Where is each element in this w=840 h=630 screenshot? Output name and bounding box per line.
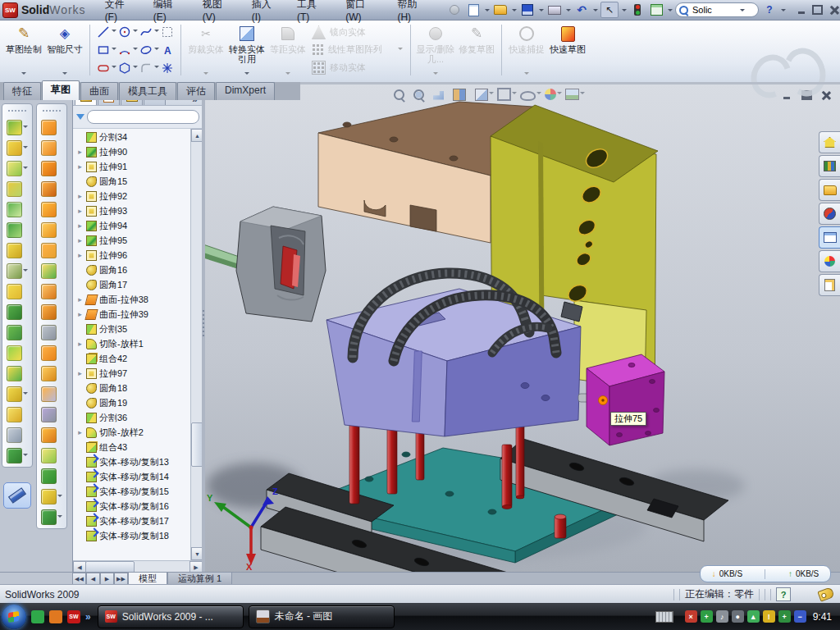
polygon-tool[interactable]	[117, 61, 132, 75]
tree-vertical-scrollbar[interactable]: ▲ ▼	[190, 129, 203, 560]
expander-icon[interactable]: ▸	[76, 251, 84, 259]
menu-item[interactable]: 文件(F)	[98, 0, 144, 25]
feature-tool-button[interactable]	[4, 242, 30, 259]
select-button[interactable]: ↖	[600, 2, 619, 18]
task-pane-tab[interactable]	[819, 250, 840, 272]
menu-item[interactable]: 窗口(W)	[338, 0, 388, 25]
feature-tool-button[interactable]	[4, 139, 30, 157]
task-pane-tab[interactable]	[819, 131, 840, 153]
document-tab[interactable]: 运动算例 1	[167, 573, 232, 585]
scroll-down-icon[interactable]: ▼	[191, 547, 203, 560]
document-tab[interactable]: 模型	[128, 573, 167, 585]
feature-tool-button[interactable]	[4, 262, 30, 280]
tree-item[interactable]: ▸ 切除-放样2	[73, 425, 190, 440]
command-tab[interactable]: 曲面	[80, 82, 118, 100]
circle-tool[interactable]	[117, 25, 132, 39]
minimize-button[interactable]	[795, 5, 807, 16]
save-caret-icon[interactable]	[539, 9, 544, 14]
expander-icon[interactable]: ▸	[76, 207, 84, 215]
text-tool[interactable]: A	[160, 43, 175, 57]
surface-tool-button[interactable]	[39, 242, 65, 259]
menu-item[interactable]: 编辑(E)	[146, 0, 194, 25]
feature-tool-button[interactable]	[4, 386, 30, 403]
sketch-button[interactable]: ✎ 草图绘制	[3, 21, 44, 79]
save-button[interactable]	[519, 2, 536, 17]
model-insert-block[interactable]	[587, 354, 664, 445]
tree-item[interactable]: ▸ 组合43	[73, 440, 190, 454]
taskbar-clock[interactable]: 9:41	[813, 611, 832, 623]
command-tab[interactable]: 模具工具	[119, 82, 176, 100]
feature-tool-button[interactable]	[4, 406, 30, 423]
tree-item[interactable]: ▸ 曲面-拉伸39	[73, 307, 190, 322]
tree-item[interactable]: ▸ 实体-移动/复制18	[73, 528, 190, 543]
feature-tool-button[interactable]	[4, 345, 30, 362]
surface-tool-button[interactable]	[39, 119, 65, 136]
restore-button[interactable]	[811, 5, 824, 16]
tree-item[interactable]: ▸ 分割35	[73, 322, 190, 336]
hud-button[interactable]	[394, 89, 410, 100]
surface-tool-button[interactable]	[39, 160, 65, 177]
panel-splitter[interactable]	[202, 82, 205, 572]
options-caret-icon[interactable]	[668, 9, 673, 14]
surface-tool-button[interactable]	[39, 345, 65, 362]
tree-item[interactable]: ▸ 分割36	[73, 410, 190, 425]
feature-tool-button[interactable]	[4, 201, 30, 218]
feature-tool-button[interactable]	[4, 119, 30, 136]
tray-icon[interactable]: !	[763, 610, 775, 623]
surface-tool-button[interactable]	[39, 139, 65, 157]
new-document-button[interactable]	[465, 2, 482, 17]
scroll-up-icon[interactable]: ▲	[191, 129, 203, 142]
tree-item[interactable]: ▸ 拉伸90	[73, 144, 190, 159]
surface-tool-button[interactable]	[39, 406, 65, 423]
command-tab[interactable]: 评估	[177, 82, 215, 100]
surface-tool-button[interactable]	[39, 180, 65, 198]
task-button[interactable]: SW SolidWorks 2009 - ...	[98, 605, 244, 628]
tab-prev-button[interactable]: ◀	[86, 573, 100, 585]
help-caret-icon[interactable]	[781, 9, 786, 14]
surface-tool-button[interactable]	[39, 304, 65, 321]
pin-icon[interactable]	[446, 2, 463, 17]
hud-button[interactable]	[413, 89, 430, 100]
feature-tool-button[interactable]	[4, 447, 30, 464]
expander-icon[interactable]: ▸	[76, 162, 84, 171]
tree-item[interactable]: ▸ 拉伸97	[73, 366, 190, 381]
feature-tool-button[interactable]	[4, 221, 30, 239]
quick-launch-icon[interactable]	[49, 610, 62, 623]
surface-tool-button[interactable]	[39, 447, 65, 464]
hud-button[interactable]	[545, 89, 562, 100]
quick-tips-button[interactable]: ?	[776, 587, 791, 601]
tree-item[interactable]: ▸ 实体-移动/复制14	[73, 469, 190, 484]
tab-last-button[interactable]: ▶▶	[114, 573, 128, 585]
expander-icon[interactable]: ▸	[76, 236, 84, 244]
tree-item[interactable]: ▸ 实体-移动/复制17	[73, 514, 190, 528]
tree-item[interactable]: ▸ 拉伸94	[73, 218, 190, 233]
tab-next-button[interactable]: ▶	[100, 573, 114, 585]
rectangle-tool[interactable]	[96, 43, 111, 57]
expander-icon[interactable]: ▸	[76, 428, 84, 436]
tray-icon[interactable]: −	[794, 610, 806, 623]
surface-tool-button[interactable]	[39, 201, 65, 218]
tray-icon[interactable]: +	[701, 610, 713, 623]
task-pane-tab[interactable]	[819, 203, 840, 225]
tray-icon[interactable]: ×	[685, 610, 697, 623]
tree-item[interactable]: ▸ 分割34	[73, 130, 190, 144]
start-button[interactable]	[2, 605, 26, 629]
convert-entities-button[interactable]: 转换实体引用	[226, 21, 267, 79]
surface-tool-button[interactable]	[39, 283, 65, 300]
tree-item[interactable]: ▸ 拉伸93	[73, 203, 190, 218]
task-pane-tab[interactable]	[819, 179, 840, 201]
line-tool[interactable]	[96, 25, 111, 39]
tree-item[interactable]: ▸ 拉伸92	[73, 189, 190, 203]
sketch-fillet-tool[interactable]	[139, 61, 153, 75]
quick-launch-icon[interactable]: SW	[67, 610, 80, 623]
tree-item[interactable]: ▸ 切除-放样1	[73, 336, 190, 351]
surface-tool-button[interactable]	[39, 262, 65, 280]
menu-item[interactable]: 插入(I)	[244, 0, 288, 25]
tree-item[interactable]: ▸ 实体-移动/复制15	[73, 484, 190, 499]
expander-icon[interactable]: ▸	[76, 295, 84, 304]
search-caret-icon[interactable]	[740, 9, 745, 14]
hud-button[interactable]	[565, 89, 585, 100]
tree-item[interactable]: ▸ 拉伸95	[73, 233, 190, 248]
point-tool[interactable]	[160, 61, 175, 75]
undo-caret-icon[interactable]	[593, 9, 598, 14]
